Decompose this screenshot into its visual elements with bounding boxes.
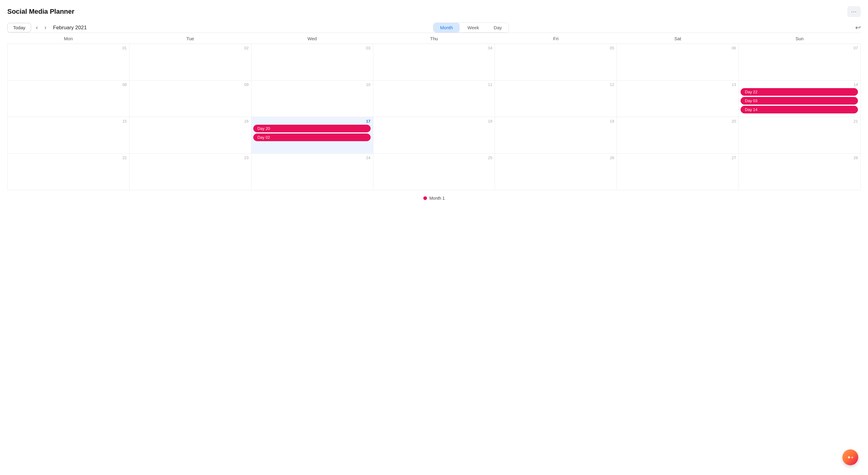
day-number: 12 xyxy=(497,82,614,87)
calendar-cell[interactable]: 15 xyxy=(8,117,129,154)
day-number: 11 xyxy=(375,82,493,87)
toolbar: Today ‹ › February 2021 Month Week Day ↩ xyxy=(7,23,861,33)
event-pill[interactable]: Day 02 xyxy=(253,133,371,141)
day-number: 16 xyxy=(131,119,249,123)
calendar-cell[interactable]: 02 xyxy=(129,44,251,81)
view-week-button[interactable]: Week xyxy=(461,23,486,32)
calendar-row: 08091011121314Day 22Day 03Day 14 xyxy=(8,81,861,117)
calendar-cell[interactable]: 20 xyxy=(617,117,739,154)
event-pill[interactable]: Day 14 xyxy=(741,106,858,113)
more-button[interactable]: ··· xyxy=(847,6,861,17)
calendar-cell[interactable]: 23 xyxy=(129,154,251,190)
day-number: 22 xyxy=(9,155,127,160)
calendar-cell[interactable]: 13 xyxy=(617,81,739,117)
calendar-cell[interactable]: 16 xyxy=(129,117,251,154)
calendar-cell[interactable]: 06 xyxy=(617,44,739,81)
event-pill[interactable]: Day 22 xyxy=(741,88,858,96)
day-number: 08 xyxy=(9,82,127,87)
calendar-cell[interactable]: 28 xyxy=(739,154,861,190)
app-title: Social Media Planner xyxy=(7,8,74,16)
day-number: 20 xyxy=(619,119,736,123)
day-number: 17 xyxy=(253,119,371,123)
day-number: 27 xyxy=(619,155,736,160)
calendar-cell[interactable]: 10 xyxy=(251,81,373,117)
calendar-cell[interactable]: 09 xyxy=(129,81,251,117)
calendar-cell[interactable]: 18 xyxy=(373,117,495,154)
calendar-row: 01020304050607 xyxy=(8,44,861,81)
day-number: 04 xyxy=(375,46,493,50)
day-number: 05 xyxy=(497,46,614,50)
day-header-wed: Wed xyxy=(251,33,373,44)
current-month-label: February 2021 xyxy=(53,25,87,31)
next-button[interactable]: › xyxy=(43,23,48,32)
calendar-cell[interactable]: 11 xyxy=(373,81,495,117)
fab-icon: ✦+ xyxy=(847,454,854,461)
day-number: 28 xyxy=(741,155,858,160)
calendar-cell[interactable]: 24 xyxy=(251,154,373,190)
day-number: 06 xyxy=(619,46,736,50)
calendar-cell[interactable]: 03 xyxy=(251,44,373,81)
calendar-cell[interactable]: 25 xyxy=(373,154,495,190)
calendar-cell[interactable]: 14Day 22Day 03Day 14 xyxy=(739,81,861,117)
calendar-cell[interactable]: 08 xyxy=(8,81,129,117)
today-button[interactable]: Today xyxy=(7,23,31,32)
legend: Month 1 xyxy=(7,196,861,201)
view-day-button[interactable]: Day xyxy=(487,23,509,32)
sidebar-toggle-button[interactable]: ↩ xyxy=(855,24,861,32)
day-number: 07 xyxy=(741,46,858,50)
calendar-cell[interactable]: 27 xyxy=(617,154,739,190)
day-number: 09 xyxy=(131,82,249,87)
view-switcher: Month Week Day xyxy=(433,23,509,33)
fab-button[interactable]: ✦+ xyxy=(842,449,858,465)
day-number: 21 xyxy=(741,119,858,123)
day-number: 14 xyxy=(741,82,858,87)
day-number: 01 xyxy=(9,46,127,50)
legend-dot xyxy=(423,196,427,200)
app-header: Social Media Planner ··· xyxy=(7,6,861,17)
app-container: Social Media Planner ··· Today ‹ › Febru… xyxy=(0,0,868,475)
calendar-cell[interactable]: 04 xyxy=(373,44,495,81)
prev-button[interactable]: ‹ xyxy=(34,23,40,32)
calendar-cell[interactable]: 26 xyxy=(495,154,617,190)
day-header-sat: Sat xyxy=(617,33,739,44)
day-number: 15 xyxy=(9,119,127,123)
event-pill[interactable]: Day 20 xyxy=(253,125,371,132)
toolbar-left: Today ‹ › February 2021 xyxy=(7,23,87,32)
day-number: 02 xyxy=(131,46,249,50)
day-number: 19 xyxy=(497,119,614,123)
calendar-cell[interactable]: 17Day 20Day 02 xyxy=(251,117,373,154)
day-number: 10 xyxy=(253,82,371,87)
view-month-button[interactable]: Month xyxy=(433,23,460,32)
event-pill[interactable]: Day 03 xyxy=(741,97,858,105)
day-header-row: Mon Tue Wed Thu Fri Sat Sun xyxy=(8,33,861,44)
day-header-thu: Thu xyxy=(373,33,495,44)
day-number: 03 xyxy=(253,46,371,50)
calendar-row: 151617Day 20Day 0218192021 xyxy=(8,117,861,154)
day-header-mon: Mon xyxy=(8,33,129,44)
day-number: 25 xyxy=(375,155,493,160)
day-header-sun: Sun xyxy=(739,33,861,44)
calendar-cell[interactable]: 07 xyxy=(739,44,861,81)
calendar-cell[interactable]: 05 xyxy=(495,44,617,81)
legend-label: Month 1 xyxy=(429,196,445,201)
calendar-body: 0102030405060708091011121314Day 22Day 03… xyxy=(8,44,861,190)
calendar-cell[interactable]: 19 xyxy=(495,117,617,154)
calendar-cell[interactable]: 21 xyxy=(739,117,861,154)
calendar-row: 22232425262728 xyxy=(8,154,861,190)
day-number: 13 xyxy=(619,82,736,87)
calendar-cell[interactable]: 12 xyxy=(495,81,617,117)
day-header-tue: Tue xyxy=(129,33,251,44)
day-number: 24 xyxy=(253,155,371,160)
calendar-cell[interactable]: 01 xyxy=(8,44,129,81)
day-header-fri: Fri xyxy=(495,33,617,44)
day-number: 23 xyxy=(131,155,249,160)
day-number: 26 xyxy=(497,155,614,160)
calendar-grid: Mon Tue Wed Thu Fri Sat Sun 010203040506… xyxy=(7,33,861,190)
calendar-cell[interactable]: 22 xyxy=(8,154,129,190)
day-number: 18 xyxy=(375,119,493,123)
